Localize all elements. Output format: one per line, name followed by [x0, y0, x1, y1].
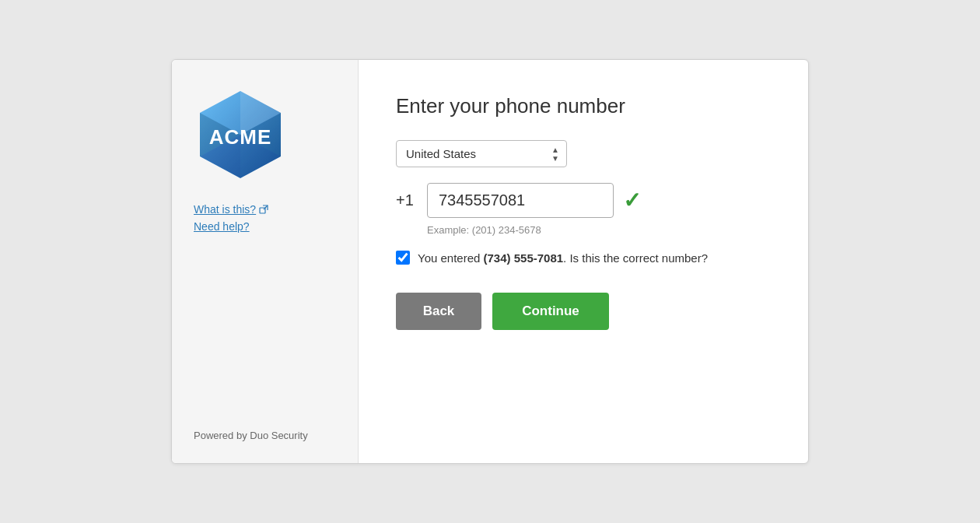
- svg-text:ACME: ACME: [209, 125, 272, 149]
- acme-logo: ACME: [194, 88, 287, 181]
- page-title: Enter your phone number: [396, 94, 771, 118]
- left-links: What is this? Need help?: [194, 203, 268, 233]
- phone-example-text: Example: (201) 234-5678: [427, 224, 771, 236]
- confirm-number: (734) 555-7081: [484, 251, 564, 265]
- back-button[interactable]: Back: [396, 293, 481, 330]
- continue-button[interactable]: Continue: [492, 293, 609, 330]
- main-card: ACME What is this? Need help? Powered by…: [171, 59, 809, 464]
- country-select-wrap: United States Canada United Kingdom Aust…: [396, 140, 771, 167]
- confirm-checkbox[interactable]: [396, 251, 410, 265]
- need-help-link[interactable]: Need help?: [194, 220, 268, 233]
- button-row: Back Continue: [396, 293, 771, 330]
- country-select[interactable]: United States Canada United Kingdom Aust…: [396, 140, 567, 167]
- what-is-this-link[interactable]: What is this?: [194, 203, 268, 216]
- left-panel: ACME What is this? Need help? Powered by…: [172, 60, 359, 463]
- confirm-row: You entered (734) 555-7081. Is this the …: [396, 250, 771, 268]
- confirm-text: You entered (734) 555-7081. Is this the …: [418, 250, 708, 268]
- powered-by-text: Powered by Duo Security: [194, 430, 308, 441]
- phone-input[interactable]: [427, 183, 614, 218]
- right-panel: Enter your phone number United States Ca…: [359, 60, 808, 463]
- phone-row: +1 ✓: [396, 183, 771, 218]
- phone-prefix: +1: [396, 191, 418, 209]
- phone-valid-checkmark-icon: ✓: [623, 188, 641, 213]
- external-link-icon: [259, 205, 268, 214]
- country-select-container: United States Canada United Kingdom Aust…: [396, 140, 567, 167]
